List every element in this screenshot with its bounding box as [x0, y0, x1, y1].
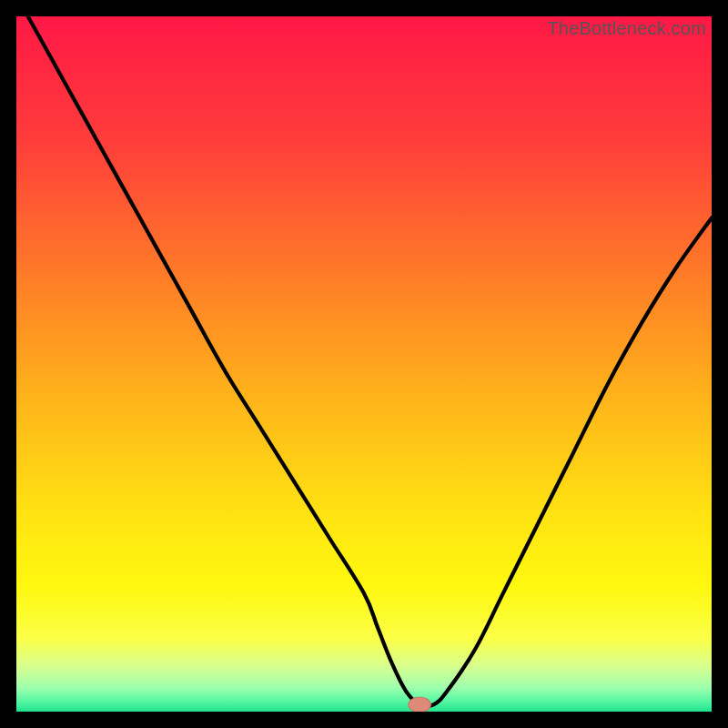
watermark-text: TheBottleneck.com [547, 18, 706, 39]
plot-area: TheBottleneck.com [16, 16, 712, 712]
chart-frame: TheBottleneck.com [0, 0, 728, 728]
optimal-marker [409, 697, 430, 712]
curve-layer [16, 16, 712, 712]
bottleneck-curve [16, 16, 712, 706]
